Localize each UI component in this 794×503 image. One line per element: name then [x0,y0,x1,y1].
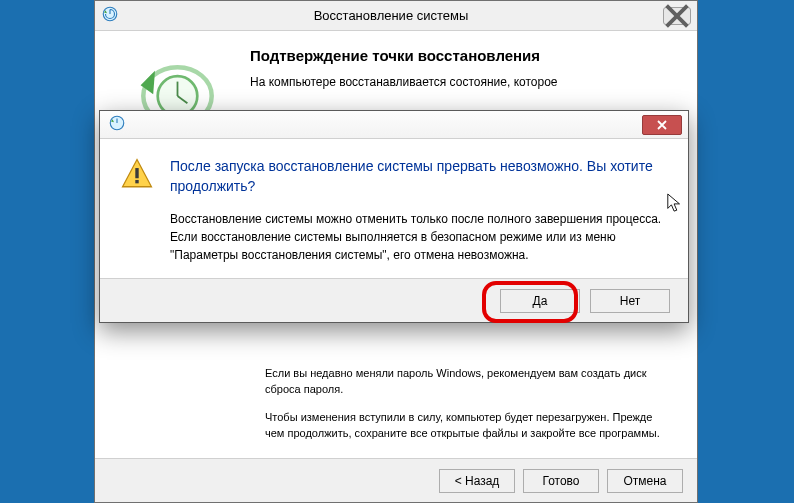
confirm-dialog: После запуска восстановление системы пре… [99,110,689,323]
lower-text-block: Если вы недавно меняли пароль Windows, р… [265,366,665,446]
intro-text: На компьютере восстанавливается состояни… [250,74,677,91]
svg-rect-7 [135,180,138,183]
svg-rect-6 [135,168,138,178]
restore-icon [108,114,126,135]
dialog-heading: После запуска восстановление системы пре… [170,157,664,196]
parent-footer: < Назад Готово Отмена [95,458,697,502]
warning-icon [120,157,154,264]
restore-icon [101,5,119,26]
close-icon[interactable] [642,115,682,135]
confirm-heading: Подтверждение точки восстановления [250,47,677,64]
dialog-paragraph: Восстановление системы можно отменить то… [170,210,664,264]
dialog-body: После запуска восстановление системы пре… [100,139,688,278]
parent-close-button[interactable] [663,7,691,25]
restart-note: Чтобы изменения вступили в силу, компьют… [265,410,665,442]
parent-titlebar: Восстановление системы [95,1,697,31]
dialog-titlebar [100,111,688,139]
finish-button[interactable]: Готово [523,469,599,493]
yes-button[interactable]: Да [500,289,580,313]
back-button[interactable]: < Назад [439,469,515,493]
cancel-button[interactable]: Отмена [607,469,683,493]
password-note: Если вы недавно меняли пароль Windows, р… [265,366,665,398]
parent-title: Восстановление системы [119,8,663,23]
no-button[interactable]: Нет [590,289,670,313]
dialog-content: После запуска восстановление системы пре… [170,157,664,264]
dialog-footer: Да Нет [100,278,688,322]
